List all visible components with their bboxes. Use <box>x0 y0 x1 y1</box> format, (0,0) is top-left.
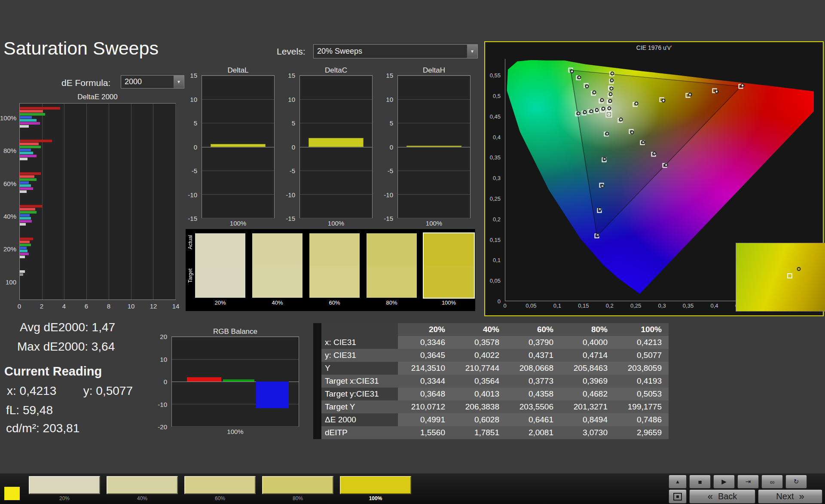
actual-color <box>367 233 417 266</box>
level-button-80%[interactable] <box>262 476 333 494</box>
actual-color <box>195 233 245 266</box>
table-row: Target y:CIE310,36480,40130,43580,46820,… <box>321 388 669 400</box>
table-col-header: 40% <box>452 323 506 336</box>
table-cell: 0,5077 <box>614 349 669 362</box>
measured-point <box>661 99 665 103</box>
axis-tick: 0 <box>18 302 21 310</box>
deltae-bar <box>20 116 32 119</box>
target-color <box>424 266 474 298</box>
back-chevron-icon: « <box>708 491 713 502</box>
row-label: ΔE 2000 <box>321 413 398 426</box>
table-row: Y214,3510210,7744208,0668205,8463203,805… <box>321 362 669 375</box>
deltae-bar <box>20 220 32 223</box>
table-cell: 0,3346 <box>398 336 452 349</box>
cie-diagram-panel: CIE 1976 u'v' 00,050,10,150,20,250,30,35… <box>484 41 824 316</box>
measured-point <box>601 184 605 188</box>
step-icon[interactable]: ⇥ <box>737 475 759 489</box>
refresh-icon[interactable]: ↻ <box>785 475 807 489</box>
axis-tick: -5 <box>388 167 393 174</box>
level-button-40%[interactable] <box>107 476 178 494</box>
actual-color <box>252 233 302 266</box>
table-cell: 0,4358 <box>506 388 560 400</box>
sweep-swatch-20% <box>195 233 245 298</box>
measured-point <box>592 91 596 95</box>
level-label: 40% <box>107 495 178 501</box>
deltae-bar <box>20 172 41 175</box>
gridlines <box>398 76 470 218</box>
deltae-bar <box>20 149 31 151</box>
deltae-bar <box>20 241 30 243</box>
measured-point <box>595 108 599 112</box>
table-cell: 208,0668 <box>506 362 560 375</box>
measured-point <box>741 84 745 88</box>
axis-tick: -15 <box>286 215 295 222</box>
back-button[interactable]: « Back <box>689 489 755 504</box>
deltae-bar <box>20 208 35 211</box>
deltae-bar <box>20 113 45 116</box>
avg-de2000: Avg dE2000: 1,47 <box>20 321 115 334</box>
level-button-20%[interactable] <box>29 476 100 494</box>
window-icon <box>673 493 682 501</box>
deltae-group-label: 20% <box>0 234 18 267</box>
table-cell: 0,3578 <box>452 336 506 349</box>
table-cell: 0,8494 <box>560 413 614 426</box>
deltae-bar <box>20 253 29 255</box>
scroll-up-button[interactable]: ▲ <box>669 475 687 489</box>
table-cell: 203,5506 <box>506 400 560 413</box>
deltae-plot-area <box>19 103 176 300</box>
table-cell: 0,3344 <box>398 375 452 388</box>
axis-tick: 5 <box>194 119 197 127</box>
measured-point <box>608 99 612 103</box>
measured-point <box>577 111 581 115</box>
cie-zoom-inset <box>736 243 825 312</box>
axis-tick: -5 <box>290 167 295 174</box>
actual-color <box>424 233 474 266</box>
axis-tick: -5 <box>192 167 197 174</box>
sweep-swatch-100% <box>424 233 474 298</box>
measured-point <box>570 69 574 73</box>
x-axis-label: 100% <box>397 220 471 227</box>
axis-tick: 8 <box>107 302 110 310</box>
level-button-60%[interactable] <box>184 476 256 494</box>
level-label: 80% <box>262 495 333 501</box>
chevron-down-icon[interactable]: ▼ <box>467 45 477 58</box>
measured-point <box>630 130 634 134</box>
row-label: Target Y <box>321 400 398 413</box>
axis-tick: 12 <box>150 302 157 310</box>
plot-area <box>202 75 275 218</box>
deltah-chart: DeltaH 151050-5-10-15 100% <box>397 65 471 227</box>
levels-dropdown[interactable]: 20% Sweeps ▼ <box>313 44 478 58</box>
level-button-100%[interactable] <box>340 476 411 494</box>
loop-icon[interactable]: ∞ <box>761 475 783 489</box>
axis-tick: 0,1 <box>553 302 561 309</box>
deltae-group-label: 60% <box>0 169 18 202</box>
play-icon[interactable]: ▶ <box>713 475 735 489</box>
stop-icon[interactable]: ■ <box>689 475 711 489</box>
window-mode-button[interactable] <box>669 489 687 504</box>
target-color <box>252 266 302 298</box>
axis-tick: -15 <box>384 215 393 222</box>
deltae-bar <box>20 155 37 157</box>
table-cell: 0,3773 <box>506 375 560 388</box>
axis-tick: 0,4 <box>493 134 501 140</box>
blue-balance-bar <box>256 382 289 408</box>
level-item-20%: 20% <box>29 476 100 501</box>
y-axis: 20100-10-20 <box>153 336 169 427</box>
measured-point <box>619 118 623 122</box>
deltae-group-label: 100% <box>0 103 18 136</box>
de-formula-dropdown[interactable]: 2000 ▼ <box>121 75 184 89</box>
deltae-bar <box>20 122 40 125</box>
axis-tick: 20 <box>160 333 167 340</box>
deltae-bar <box>20 244 31 246</box>
next-button[interactable]: Next » <box>758 489 822 504</box>
table-cell: 205,8463 <box>560 362 614 375</box>
swatch-label: 20% <box>195 299 245 306</box>
deltae-bar <box>20 146 41 148</box>
measured-point <box>608 92 612 96</box>
axis-tick: 10 <box>128 302 135 310</box>
table-cell: 0,5053 <box>614 388 669 400</box>
page-title: Saturation Sweeps <box>3 38 159 59</box>
table-cell: 203,8059 <box>614 362 669 375</box>
table-cell: 0,7486 <box>614 413 669 426</box>
deltae-bar <box>20 107 60 110</box>
